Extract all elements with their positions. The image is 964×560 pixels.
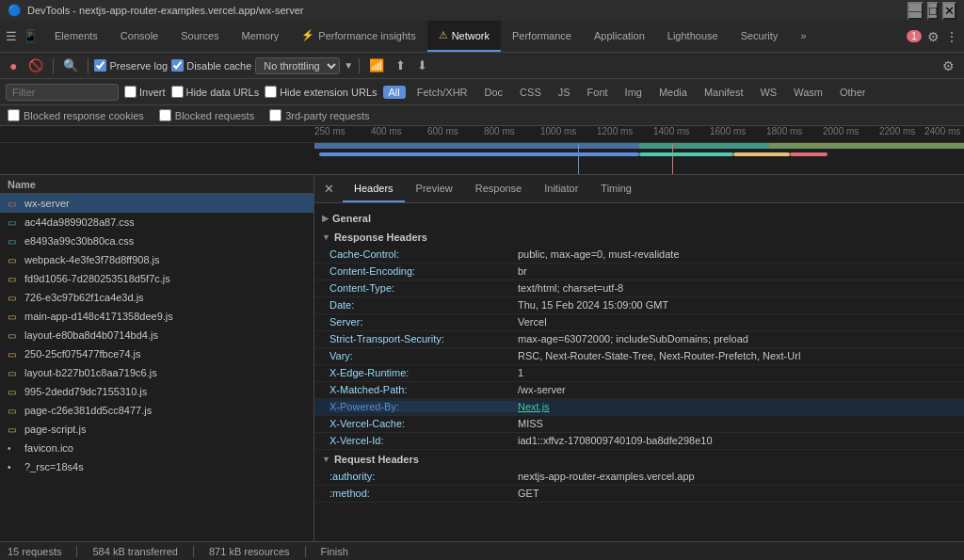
general-section-header[interactable]: ▶ General	[314, 209, 964, 228]
detail-tab-timing[interactable]: Timing	[589, 175, 643, 202]
type-btn-font[interactable]: Font	[582, 86, 614, 99]
hide-data-urls-label[interactable]: Hide data URLs	[171, 86, 260, 98]
file-item-webpack[interactable]: ▭ webpack-4e3fe3f78d8ff908.js	[0, 250, 313, 269]
tab-more[interactable]: »	[789, 21, 817, 52]
minimize-button[interactable]: —	[908, 2, 924, 20]
file-item-favicon[interactable]: • favicon.ico	[0, 439, 313, 457]
type-btn-ws[interactable]: WS	[754, 86, 782, 99]
file-item-page-c2[interactable]: ▭ page-c26e381dd5cc8477.js	[0, 401, 313, 420]
preserve-log-label[interactable]: Preserve log	[94, 59, 168, 72]
detail-tab-initiator[interactable]: Initiator	[533, 175, 589, 202]
file-item-fd9d10[interactable]: ▭ fd9d1056-7d280253518d5f7c.js	[0, 269, 313, 288]
detail-close-button[interactable]: ✕	[314, 175, 343, 202]
file-name-layout-b2: layout-b227b01c8aa719c6.js	[24, 367, 157, 378]
load-marker	[672, 143, 673, 175]
requests-count: 15 requests	[8, 546, 61, 557]
tab-security[interactable]: Security	[730, 21, 790, 52]
tab-performance-insights[interactable]: ⚡ Performance insights	[290, 21, 426, 52]
blocked-cookies-checkbox[interactable]	[8, 109, 20, 121]
header-name-method: :method:	[329, 488, 518, 499]
clear-button[interactable]: 🚫	[24, 56, 47, 74]
header-row-edge-runtime: X-Edge-Runtime: 1	[314, 365, 964, 382]
detail-tab-response[interactable]: Response	[464, 175, 534, 202]
file-name-main-app: main-app-d148c4171358dee9.js	[24, 311, 173, 322]
request-headers-section-header[interactable]: ▼ Request Headers	[314, 450, 964, 469]
close-button[interactable]: ✕	[942, 2, 956, 20]
hide-data-urls-checkbox[interactable]	[171, 86, 184, 98]
record-button[interactable]: ●	[6, 56, 21, 75]
file-item-rsc[interactable]: • ?_rsc=18s4s	[0, 457, 313, 476]
response-headers-section-header[interactable]: ▼ Response Headers	[314, 228, 964, 247]
type-btn-doc[interactable]: Doc	[479, 86, 509, 99]
header-value-content-type: text/html; charset=utf-8	[518, 282, 949, 294]
type-btn-fetch-xhr[interactable]: Fetch/XHR	[411, 86, 474, 99]
maximize-button[interactable]: □	[927, 2, 939, 20]
dom-content-loaded-marker	[578, 143, 579, 175]
file-item-ac44da[interactable]: ▭ ac44da9899028a87.css	[0, 213, 313, 232]
type-btn-css[interactable]: CSS	[514, 86, 547, 99]
blocked-cookies-label[interactable]: Blocked response cookies	[8, 109, 144, 121]
tab-console[interactable]: Console	[109, 21, 169, 52]
disable-cache-checkbox[interactable]	[171, 59, 184, 72]
import-button[interactable]: ⬆	[392, 56, 410, 74]
disable-cache-text: Disable cache	[186, 60, 251, 72]
js-icon-11: •	[8, 462, 21, 472]
filter-input[interactable]	[6, 84, 119, 101]
type-btn-all[interactable]: All	[383, 86, 406, 99]
type-btn-img[interactable]: Img	[619, 86, 648, 99]
js-icon-10: ▭	[8, 424, 21, 435]
timeline-area: 250 ms 400 ms 600 ms 800 ms 1000 ms 1200…	[0, 126, 964, 175]
blocked-requests-label[interactable]: Blocked requests	[159, 109, 254, 121]
blocked-requests-checkbox[interactable]	[159, 109, 171, 121]
devtools-device-icon[interactable]: 📱	[23, 29, 38, 43]
tab-application[interactable]: Application	[583, 21, 656, 52]
third-party-label[interactable]: 3rd-party requests	[269, 109, 369, 121]
tab-network[interactable]: ⚠ Network	[427, 21, 501, 52]
invert-label[interactable]: Invert	[124, 86, 166, 98]
window-controls: — □ ✕	[908, 2, 956, 20]
header-value-date: Thu, 15 Feb 2024 15:09:00 GMT	[518, 299, 949, 311]
wifi-icon[interactable]: 📶	[365, 56, 388, 74]
file-item-995-2d[interactable]: ▭ 995-2dedd79dc7155310.js	[0, 382, 313, 401]
type-btn-other[interactable]: Other	[834, 86, 872, 99]
file-item-726e3[interactable]: ▭ 726-e3c97b62f1ca4e3d.js	[0, 288, 313, 307]
tab-elements[interactable]: Elements	[43, 21, 109, 52]
type-btn-media[interactable]: Media	[653, 86, 693, 99]
file-item-wx-server[interactable]: ▭ wx-server	[0, 194, 313, 213]
file-item-e8493a[interactable]: ▭ e8493a99c30b80ca.css	[0, 232, 313, 250]
file-item-page-script[interactable]: ▭ page-script.js	[0, 420, 313, 439]
file-item-layout-b2[interactable]: ▭ layout-b227b01c8aa719c6.js	[0, 363, 313, 382]
disable-cache-label[interactable]: Disable cache	[171, 59, 251, 72]
detail-tab-preview[interactable]: Preview	[405, 175, 464, 202]
header-value-powered-by[interactable]: Next.js	[518, 401, 949, 412]
throttle-select[interactable]: No throttling Fast 3G Slow 3G	[255, 57, 340, 74]
devtools-menu-dots-icon[interactable]: ⋮	[945, 29, 958, 44]
detail-tab-headers[interactable]: Headers	[343, 175, 405, 202]
invert-checkbox[interactable]	[124, 86, 137, 98]
hide-extension-urls-checkbox[interactable]	[265, 86, 277, 98]
type-btn-manifest[interactable]: Manifest	[699, 86, 749, 99]
preserve-log-checkbox[interactable]	[94, 59, 106, 72]
file-item-layout-e8[interactable]: ▭ layout-e80ba8d4b0714bd4.js	[0, 326, 313, 344]
timeline-bar-2	[639, 152, 733, 156]
tab-performance[interactable]: Performance	[501, 21, 583, 52]
file-item-main-app[interactable]: ▭ main-app-d148c4171358dee9.js	[0, 307, 313, 326]
blocked-requests-text: Blocked requests	[175, 110, 254, 121]
type-btn-js[interactable]: JS	[553, 86, 576, 99]
settings-icon[interactable]: ⚙	[927, 29, 940, 44]
window-title: DevTools - nextjs-app-router-examples.ve…	[27, 5, 902, 16]
file-item-250-25[interactable]: ▭ 250-25cf075477fbce74.js	[0, 344, 313, 363]
third-party-checkbox[interactable]	[269, 109, 281, 121]
status-sep-1	[76, 546, 77, 557]
header-row-cache-control: Cache-Control: public, max-age=0, must-r…	[314, 247, 964, 264]
devtools-menu-icon[interactable]: ☰	[6, 29, 17, 43]
export-button[interactable]: ⬇	[413, 56, 431, 74]
tab-lighthouse[interactable]: Lighthouse	[656, 21, 730, 52]
tab-memory[interactable]: Memory	[231, 21, 291, 52]
hide-extension-urls-label[interactable]: Hide extension URLs	[265, 86, 377, 98]
type-btn-wasm[interactable]: Wasm	[788, 86, 828, 99]
tab-sources[interactable]: Sources	[169, 21, 230, 52]
network-settings-icon[interactable]: ⚙	[939, 56, 958, 75]
search-button[interactable]: 🔍	[59, 56, 82, 74]
js-icon-3: ▭	[8, 293, 21, 303]
